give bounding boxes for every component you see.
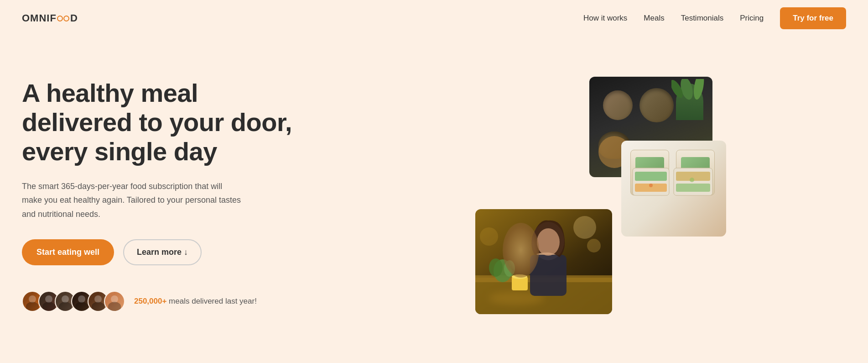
svg-point-11	[573, 216, 596, 239]
nav-meals[interactable]: Meals	[644, 14, 664, 23]
hero-title: A healthy meal delivered to your door, e…	[22, 79, 314, 167]
svg-rect-8	[676, 184, 710, 192]
logo: OMNIFD	[22, 12, 78, 24]
svg-point-18	[504, 260, 515, 277]
svg-point-23	[537, 228, 560, 256]
plant-svg	[671, 79, 708, 120]
main-nav: How it works Meals Testimonials Pricing …	[583, 7, 846, 29]
try-for-free-button[interactable]: Try for free	[780, 7, 846, 29]
food-collage	[475, 77, 712, 314]
customer-avatars	[22, 291, 125, 312]
nav-how-it-works[interactable]: How it works	[583, 14, 627, 23]
logo-circle-2	[63, 16, 69, 21]
hero-stats: 250,000+ meals delivered last year!	[22, 291, 314, 312]
bowl-decoration-1	[603, 90, 633, 120]
hero-actions: Start eating well Learn more ↓	[22, 239, 314, 265]
hero-images	[341, 70, 846, 321]
svg-point-20	[512, 274, 527, 279]
header: OMNIFD How it works Meals Testimonials P…	[0, 0, 868, 37]
svg-point-12	[587, 239, 601, 253]
logo-circle-1	[57, 16, 63, 21]
food-image-meal-prep	[621, 141, 726, 237]
logo-text-before: OMNIF	[22, 12, 57, 24]
hero-section: A healthy meal delivered to your door, e…	[0, 37, 868, 363]
start-eating-button[interactable]: Start eating well	[22, 239, 114, 265]
meal-prep-svg	[628, 163, 719, 218]
learn-more-button[interactable]: Learn more ↓	[123, 239, 202, 265]
bowl-decoration-2	[639, 88, 674, 122]
stats-count: 250,000+	[134, 297, 166, 305]
woman-eating-svg	[475, 209, 612, 314]
logo-text-after: D	[70, 12, 78, 24]
svg-point-13	[480, 227, 498, 246]
nav-pricing[interactable]: Pricing	[740, 14, 764, 23]
stats-text: 250,000+ meals delivered last year!	[134, 297, 257, 306]
hero-description: The smart 365-days-per-year food subscri…	[22, 179, 241, 221]
svg-point-17	[489, 258, 503, 277]
food-image-woman-eating	[475, 209, 612, 314]
svg-rect-4	[635, 172, 667, 181]
avatar	[104, 291, 125, 312]
svg-point-9	[649, 184, 653, 187]
svg-point-10	[690, 178, 694, 182]
nav-testimonials[interactable]: Testimonials	[681, 14, 724, 23]
svg-point-1	[692, 79, 706, 100]
hero-content: A healthy meal delivered to your door, e…	[22, 79, 341, 312]
stats-label: meals delivered last year!	[166, 297, 256, 305]
svg-rect-22	[530, 255, 567, 296]
